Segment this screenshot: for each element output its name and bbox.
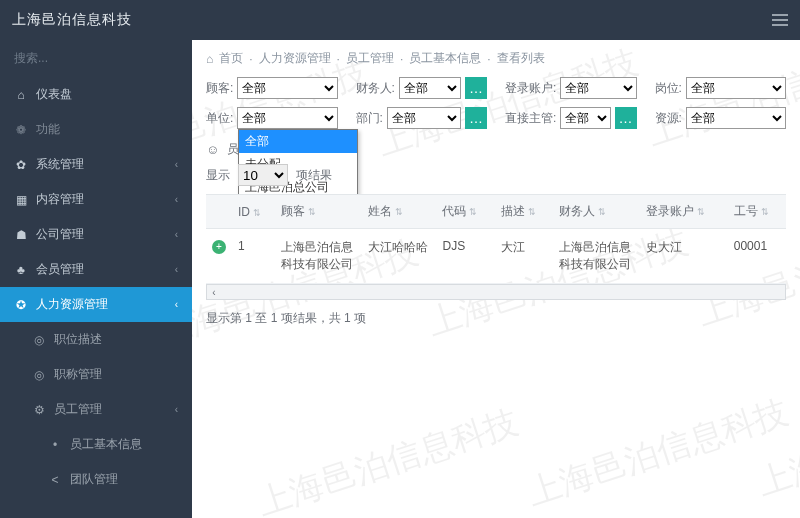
filter-resource: 资源: 全部 — [655, 107, 787, 129]
col-empno[interactable]: 工号⇅ — [728, 195, 786, 229]
sidebar: 搜索... ⌂仪表盘 ❁功能 ✿系统管理‹ ▦内容管理‹ ☗公司管理‹ ♣会员管… — [0, 40, 192, 518]
cell-name: 大江哈哈哈 — [362, 229, 436, 284]
toolbar-label: 员 — [227, 141, 239, 158]
sort-icon: ⇅ — [528, 207, 536, 217]
sort-icon: ⇅ — [395, 207, 403, 217]
sidebar-sub-label: 职位描述 — [54, 331, 102, 348]
user-icon[interactable]: ☺ — [206, 142, 219, 157]
col-customer[interactable]: 顾客⇅ — [275, 195, 362, 229]
filter-customer: 顾客: 全部 — [206, 77, 338, 99]
sidebar-sub-title[interactable]: ◎职称管理 — [0, 357, 192, 392]
cell-account: 史大江 — [640, 229, 728, 284]
sidebar-label: 系统管理 — [36, 156, 84, 173]
sidebar-item-hr[interactable]: ✪人力资源管理‹ — [0, 287, 192, 322]
breadcrumb: ⌂ 首页· 人力资源管理· 员工管理· 员工基本信息· 查看列表 — [206, 50, 786, 67]
sort-icon: ⇅ — [469, 207, 477, 217]
toolbar: ☺ 员 — [206, 141, 786, 158]
sidebar-item-dashboard[interactable]: ⌂仪表盘 — [0, 77, 192, 112]
filter-label: 财务人: — [356, 80, 395, 97]
horizontal-scrollbar[interactable]: ‹ — [206, 284, 786, 300]
filter-finance-select[interactable]: 全部 — [399, 77, 461, 99]
breadcrumb-item[interactable]: 员工基本信息 — [409, 50, 481, 67]
table-row[interactable]: + 1 上海邑泊信息科技有限公司 大江哈哈哈 DJS 大江 上海邑泊信息科技有限… — [206, 229, 786, 284]
filter-post-select[interactable]: 全部 — [686, 77, 786, 99]
cell-customer: 上海邑泊信息科技有限公司 — [275, 229, 362, 284]
brand-title: 上海邑泊信息科技 — [12, 11, 132, 29]
chevron-left-icon: ‹ — [175, 404, 178, 415]
sidebar-item-company[interactable]: ☗公司管理‹ — [0, 217, 192, 252]
filter-label: 顾客: — [206, 80, 233, 97]
sidebar-sub2-basicinfo[interactable]: •员工基本信息 — [0, 427, 192, 462]
sort-icon: ⇅ — [761, 207, 769, 217]
home-icon[interactable]: ⌂ — [206, 52, 213, 66]
cell-finance: 上海邑泊信息科技有限公司 — [553, 229, 640, 284]
col-desc[interactable]: 描述⇅ — [495, 195, 553, 229]
sidebar-sub2-team[interactable]: <团队管理 — [0, 462, 192, 497]
filter-account-select[interactable]: 全部 — [560, 77, 636, 99]
chevron-left-icon: ‹ — [175, 229, 178, 240]
sidebar-label: 公司管理 — [36, 226, 84, 243]
show-prefix: 显示 — [206, 167, 230, 184]
chevron-left-icon: ‹ — [175, 299, 178, 310]
scroll-left-icon[interactable]: ‹ — [207, 287, 221, 298]
sidebar-item-function[interactable]: ❁功能 — [0, 112, 192, 147]
hamburger-icon[interactable] — [772, 14, 788, 26]
filter-label: 登录账户: — [505, 80, 556, 97]
home-icon: ⌂ — [14, 88, 28, 102]
ellipsis-button[interactable]: … — [465, 77, 487, 99]
col-id[interactable]: ID⇅ — [232, 195, 275, 229]
col-finance[interactable]: 财务人⇅ — [553, 195, 640, 229]
col-account[interactable]: 登录账户⇅ — [640, 195, 728, 229]
sidebar-item-content[interactable]: ▦内容管理‹ — [0, 182, 192, 217]
member-icon: ♣ — [14, 263, 28, 277]
filter-unit: 单位: 全部 全部 未分配 上海邑泊总公司 再测业务单位 — [206, 107, 338, 129]
hr-icon: ✪ — [14, 298, 28, 312]
sidebar-item-member[interactable]: ♣会员管理‹ — [0, 252, 192, 287]
chevron-left-icon: ‹ — [175, 159, 178, 170]
col-code[interactable]: 代码⇅ — [436, 195, 494, 229]
sidebar-sub2-label: 团队管理 — [70, 471, 118, 488]
filter-label: 部门: — [356, 110, 383, 127]
chevron-left-icon: ‹ — [175, 194, 178, 205]
table-header-row: ID⇅ 顾客⇅ 姓名⇅ 代码⇅ 描述⇅ 财务人⇅ 登录账户⇅ 工号⇅ — [206, 195, 786, 229]
watermark: 上海邑泊信息科技 — [522, 389, 795, 517]
show-entries-select[interactable]: 10 — [238, 164, 288, 186]
filter-resource-select[interactable]: 全部 — [686, 107, 786, 129]
ellipsis-button[interactable]: … — [465, 107, 487, 129]
sidebar-label: 功能 — [36, 121, 60, 138]
breadcrumb-item[interactable]: 查看列表 — [497, 50, 545, 67]
filter-supervisor: 直接主管: 全部 … — [505, 107, 637, 129]
staff-icon: ⚙ — [32, 403, 46, 417]
filter-label: 岗位: — [655, 80, 682, 97]
watermark: 上海邑泊信息科技 — [252, 399, 525, 518]
cell-desc: 大江 — [495, 229, 553, 284]
filter-customer-select[interactable]: 全部 — [237, 77, 337, 99]
sidebar-sub-position[interactable]: ◎职位描述 — [0, 322, 192, 357]
share-icon: < — [48, 473, 62, 487]
expand-icon[interactable]: + — [212, 240, 226, 254]
main-content: 上海邑泊信息科技 上海邑泊信息科技 上海邑泊信息科技 上海邑泊信息科技 上海邑泊… — [192, 40, 800, 518]
sort-icon: ⇅ — [308, 207, 316, 217]
breadcrumb-item[interactable]: 人力资源管理 — [259, 50, 331, 67]
sidebar-sub-staff[interactable]: ⚙员工管理‹ — [0, 392, 192, 427]
cell-id: 1 — [232, 229, 275, 284]
col-name[interactable]: 姓名⇅ — [362, 195, 436, 229]
sidebar-sub-label: 职称管理 — [54, 366, 102, 383]
filter-post: 岗位: 全部 — [655, 77, 787, 99]
sidebar-item-system[interactable]: ✿系统管理‹ — [0, 147, 192, 182]
breadcrumb-item[interactable]: 首页 — [219, 50, 243, 67]
breadcrumb-item[interactable]: 员工管理 — [346, 50, 394, 67]
ellipsis-button[interactable]: … — [615, 107, 637, 129]
sidebar-sub-label: 员工管理 — [54, 401, 102, 418]
search-input[interactable]: 搜索... — [0, 40, 192, 71]
filter-dept-select[interactable]: 全部 — [387, 107, 461, 129]
filter-supervisor-select[interactable]: 全部 — [560, 107, 610, 129]
sidebar-label: 内容管理 — [36, 191, 84, 208]
filter-unit-select[interactable]: 全部 — [237, 107, 337, 129]
show-entries: 显示 10 项结果 — [206, 164, 786, 186]
function-icon: ❁ — [14, 123, 28, 137]
sort-icon: ⇅ — [697, 207, 705, 217]
filter-dept: 部门: 全部 … — [356, 107, 488, 129]
sidebar-label: 仪表盘 — [36, 86, 72, 103]
chevron-left-icon: ‹ — [175, 264, 178, 275]
